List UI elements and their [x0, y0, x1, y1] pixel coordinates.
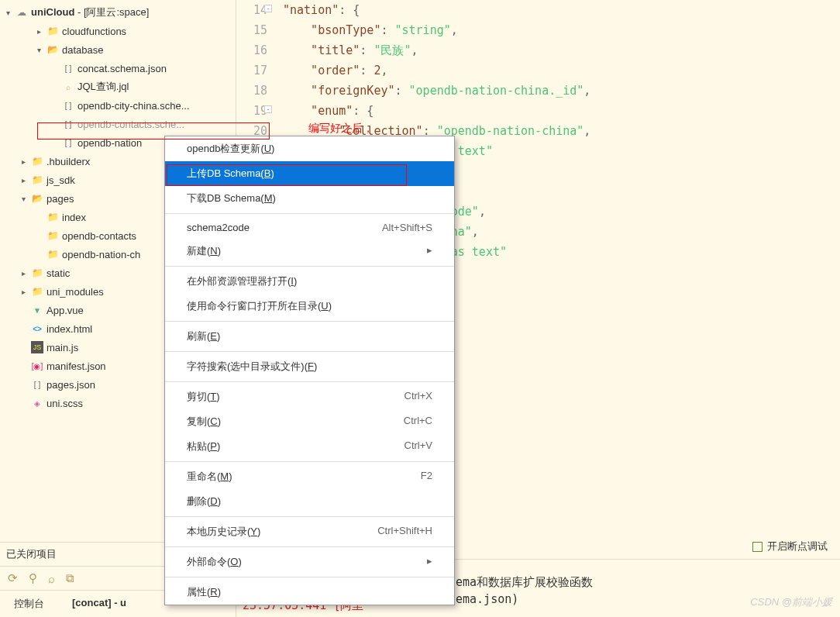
code-line: "enum": {	[283, 101, 840, 121]
context-menu[interactable]: opendb检查更新(U)上传DB Schema(B)下载DB Schema(M…	[164, 136, 455, 605]
shortcut-label: Ctrl+X	[405, 390, 432, 404]
fold-icon[interactable]: -	[264, 105, 272, 113]
json-icon: [ ]	[62, 118, 74, 130]
tab-console[interactable]: 控制台	[0, 591, 58, 617]
menu-item[interactable]: 本地历史记录(Y)Ctrl+Shift+H	[165, 519, 454, 544]
tree-item-label: opendb-nation	[77, 137, 142, 149]
menu-separator	[165, 461, 454, 462]
tab-concat[interactable]: [concat] - u	[58, 591, 140, 617]
folder-icon: 📁	[31, 285, 43, 298]
menu-item[interactable]: schema2codeAlt+Shift+S	[165, 216, 454, 239]
shortcut-label: F2	[421, 470, 432, 484]
chevron-right-icon[interactable]: ▸	[34, 27, 43, 36]
menu-separator	[165, 381, 454, 382]
chevron-down-icon[interactable]: ▾	[19, 195, 28, 203]
filter-icon[interactable]: ⚲	[29, 571, 37, 585]
tree-item[interactable]: ▸📁cloudfunctions	[0, 22, 236, 40]
breakpoint-toggle[interactable]: 开启断点调试	[752, 539, 828, 553]
tree-item-label: opendb-contacts.sche...	[77, 119, 184, 130]
menu-item[interactable]: opendb检查更新(U)	[165, 136, 454, 161]
menu-item[interactable]: 复制(C)Ctrl+C	[165, 409, 454, 434]
menu-item-label: 删除(D)	[187, 495, 221, 508]
menu-separator	[165, 546, 454, 547]
menu-item[interactable]: 字符搜索(选中目录或文件)(F)	[165, 354, 454, 379]
tree-item-label: concat.schema.json	[77, 63, 167, 74]
menu-item[interactable]: 外部命令(O)▸	[165, 550, 454, 574]
menu-item-label: 粘贴(P)	[187, 439, 220, 453]
menu-item[interactable]: 刷新(E)	[165, 324, 454, 349]
menu-item[interactable]: 上传DB Schema(B)	[165, 161, 454, 186]
chevron-right-icon[interactable]: ▸	[19, 269, 28, 277]
line-number: 14-	[236, 0, 267, 20]
json-icon: [ ]	[62, 99, 74, 112]
menu-separator	[165, 351, 454, 352]
menu-item-label: 刷新(E)	[187, 329, 220, 343]
menu-item[interactable]: 下载DB Schema(M)	[165, 186, 454, 211]
breakpoint-label: 开启断点调试	[767, 539, 828, 553]
chevron-right-icon[interactable]: ▸	[19, 288, 28, 296]
folder-icon: 📁	[46, 211, 59, 223]
line-number: 16	[236, 40, 267, 60]
menu-item-label: 复制(C)	[187, 415, 221, 429]
tree-item[interactable]: ⌕JQL查询.jql	[0, 78, 236, 96]
json-icon: [ ]	[31, 378, 43, 391]
tree-item-label: index	[62, 212, 86, 223]
folder-icon: 📁	[31, 267, 43, 279]
folder-icon: 📁	[46, 248, 59, 260]
menu-item[interactable]: 使用命令行窗口打开所在目录(U)	[165, 294, 454, 319]
line-number: 19-	[236, 101, 267, 121]
folder-icon: 📁	[31, 155, 43, 167]
sync-icon[interactable]: ⟳	[8, 571, 18, 585]
code-line: "nation": {	[283, 0, 840, 20]
fold-icon[interactable]: -	[264, 5, 272, 12]
tree-item[interactable]: ▾📂database	[0, 40, 236, 59]
tree-item-label: App.vue	[46, 305, 84, 316]
menu-item[interactable]: 新建(N)▸	[165, 239, 454, 264]
chevron-right-icon[interactable]: ▸	[19, 157, 28, 166]
menu-item-label: 新建(N)	[187, 244, 221, 258]
tree-item-label: .hbuilderx	[46, 156, 90, 167]
search-icon[interactable]: ⌕	[48, 572, 55, 585]
html-icon: <>	[31, 322, 43, 335]
chevron-right-icon: ▸	[427, 244, 432, 258]
menu-item-label: 剪切(T)	[187, 390, 220, 404]
code-line: "order": 2,	[283, 60, 840, 81]
tree-item[interactable]: [ ]opendb-contacts.sche...	[0, 115, 236, 133]
menu-item[interactable]: 在外部资源管理器打开(I)	[165, 269, 454, 294]
menu-separator	[165, 321, 454, 322]
menu-separator	[165, 516, 454, 517]
manifest-icon: [◉]	[31, 360, 43, 372]
tree-item[interactable]: [ ]opendb-city-china.sche...	[0, 96, 236, 115]
folder-icon: 📁	[46, 229, 59, 242]
folder-open-icon: 📂	[46, 43, 59, 56]
tree-item-label: static	[46, 267, 70, 279]
jql-icon: ⌕	[62, 81, 74, 93]
tree-root[interactable]: ▾ ☁ uniCloud - [阿里云:space]	[0, 3, 236, 22]
tree-item[interactable]: [ ]concat.schema.json	[0, 59, 236, 78]
menu-item[interactable]: 重命名(M)F2	[165, 464, 454, 489]
link-icon[interactable]: ⧉	[66, 571, 74, 585]
menu-item-label: 下载DB Schema(M)	[187, 191, 276, 205]
cloud-icon: ☁	[15, 6, 28, 19]
console-fragment: ema和数据库扩展校验函数ema.json)	[456, 574, 593, 608]
chevron-right-icon: ▸	[427, 555, 432, 569]
chevron-right-icon[interactable]: ▸	[19, 176, 28, 184]
vue-icon: ▼	[31, 304, 43, 316]
menu-item[interactable]: 删除(D)	[165, 489, 454, 514]
line-number: 15	[236, 20, 267, 40]
menu-item[interactable]: 属性(R)	[165, 580, 454, 605]
tree-item-label: uni.scss	[46, 398, 83, 409]
checkbox-icon[interactable]	[752, 542, 763, 552]
menu-item-label: 使用命令行窗口打开所在目录(U)	[187, 299, 332, 313]
menu-item-label: 外部命令(O)	[187, 555, 242, 569]
menu-item[interactable]: 剪切(T)Ctrl+X	[165, 384, 454, 409]
scss-icon: ◈	[31, 397, 43, 409]
tree-item-label: JQL查询.jql	[77, 80, 129, 94]
chevron-down-icon[interactable]: ▾	[3, 9, 12, 17]
line-number: 18	[236, 81, 267, 101]
menu-item-label: 本地历史记录(Y)	[187, 525, 260, 539]
code-line: "bsonType": "string",	[283, 20, 840, 40]
menu-item[interactable]: 粘贴(P)Ctrl+V	[165, 434, 454, 459]
chevron-down-icon[interactable]: ▾	[34, 46, 43, 54]
menu-item-label: opendb检查更新(U)	[187, 142, 274, 156]
